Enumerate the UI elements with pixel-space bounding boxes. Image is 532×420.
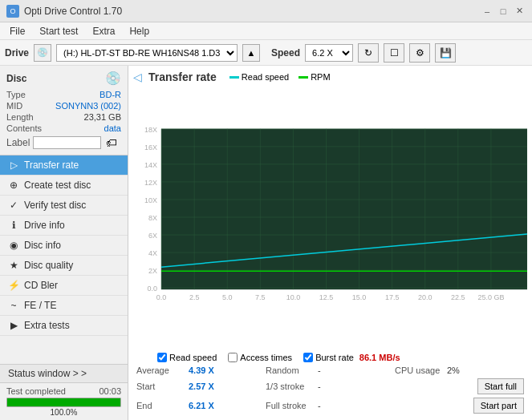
status-window-btn[interactable]: Status window > > xyxy=(0,365,128,383)
menu-file[interactable]: File xyxy=(3,24,31,38)
extra-tests-icon: ▶ xyxy=(8,320,19,331)
stats-rows: Average 4.39 X Random - CPU usage 2% Sta… xyxy=(133,364,527,415)
svg-text:10X: 10X xyxy=(144,196,157,204)
svg-text:0.0: 0.0 xyxy=(148,285,158,293)
nav-label-disc-info: Disc info xyxy=(24,240,61,251)
nav-item-disc-info[interactable]: ◉ Disc info xyxy=(0,236,128,256)
filter-button[interactable]: ☐ xyxy=(384,43,404,63)
nav-item-verify-test-disc[interactable]: ✓ Verify test disc xyxy=(0,196,128,216)
eject-button[interactable]: ▲ xyxy=(242,44,260,62)
disc-label-key: Label xyxy=(6,137,30,148)
cb-read-speed: Read speed xyxy=(157,353,217,362)
refresh-button[interactable]: ↻ xyxy=(358,43,379,63)
main-layout: Disc 💿 Type BD-R MID SONYNN3 (002) Lengt… xyxy=(0,66,532,420)
nav-item-disc-quality[interactable]: ★ Disc quality xyxy=(0,256,128,276)
cb-burst-rate: Burst rate 86.1 MB/s xyxy=(303,353,400,362)
disc-mid-val: SONYNN3 (002) xyxy=(55,101,121,111)
svg-text:4X: 4X xyxy=(148,249,157,257)
chart-svg: 18X 16X 14X 12X 10X 8X 6X 4X 2X 0.0 0.0 … xyxy=(133,85,527,349)
nav-item-fe-te[interactable]: ~ FE / TE xyxy=(0,296,128,316)
stats-row-3: End 6.21 X Full stroke - Start part xyxy=(136,396,524,415)
svg-text:16X: 16X xyxy=(144,143,157,151)
nav-item-drive-info[interactable]: ℹ Drive info xyxy=(0,216,128,236)
svg-rect-0 xyxy=(161,129,527,289)
legend-rpm: RPM xyxy=(298,72,330,82)
speed-select[interactable]: 6.2 X xyxy=(305,44,353,62)
legend-read-label: Read speed xyxy=(242,72,289,82)
settings-button[interactable]: ⚙ xyxy=(409,43,430,63)
nav-item-transfer-rate[interactable]: ▷ Transfer rate xyxy=(0,155,128,176)
status-bar-container: Test completed 00:03 100.0% xyxy=(0,383,128,420)
svg-text:15.0: 15.0 xyxy=(352,293,367,301)
svg-text:10.0: 10.0 xyxy=(286,293,301,301)
status-section: Status window > > Test completed 00:03 1… xyxy=(0,364,128,420)
nav-label-cd-bler: CD Bler xyxy=(24,280,58,291)
menu-bar: File Start test Extra Help xyxy=(0,22,532,40)
app-title: Opti Drive Control 1.70 xyxy=(24,6,122,17)
close-button[interactable]: ✕ xyxy=(513,5,526,18)
disc-label-input[interactable] xyxy=(33,136,101,149)
cb-read-speed-label: Read speed xyxy=(169,353,217,362)
svg-text:14X: 14X xyxy=(144,161,157,169)
progress-label: 100.0% xyxy=(51,408,78,417)
drive-icon-btn[interactable]: 💿 xyxy=(34,44,51,62)
cb-access-times-input[interactable] xyxy=(228,353,238,362)
disc-info-icon: ◉ xyxy=(8,240,19,251)
svg-text:5.0: 5.0 xyxy=(222,293,233,301)
nav-item-extra-tests[interactable]: ▶ Extra tests xyxy=(0,316,128,336)
svg-text:0.0: 0.0 xyxy=(156,293,167,301)
svg-text:12.5: 12.5 xyxy=(319,293,334,301)
end-val: 6.21 X xyxy=(189,401,225,410)
disc-length-val: 23,31 GB xyxy=(84,112,121,122)
drive-select[interactable]: (H:) HL-DT-ST BD-RE WH16NS48 1.D3 xyxy=(56,44,238,62)
start-part-button[interactable]: Start part xyxy=(473,398,524,414)
svg-text:12X: 12X xyxy=(144,179,157,187)
stroke1-val: - xyxy=(318,382,326,391)
nav-item-cd-bler[interactable]: ⚡ CD Bler xyxy=(0,276,128,296)
save-button[interactable]: 💾 xyxy=(435,43,456,63)
disc-quality-icon: ★ xyxy=(8,260,19,271)
cb-burst-rate-input[interactable] xyxy=(303,353,313,362)
legend-read-dot xyxy=(229,76,239,79)
drive-info-icon: ℹ xyxy=(8,220,19,231)
disc-panel-title: Disc xyxy=(6,73,26,84)
disc-length-key: Length xyxy=(6,112,34,122)
disc-contents-key: Contents xyxy=(6,123,42,133)
chart-legend: Read speed RPM xyxy=(229,72,331,82)
minimize-button[interactable]: – xyxy=(481,5,493,18)
menu-help[interactable]: Help xyxy=(123,24,156,38)
cpu-key: CPU usage xyxy=(395,365,447,375)
drive-bar: Drive 💿 (H:) HL-DT-ST BD-RE WH16NS48 1.D… xyxy=(0,40,532,66)
svg-text:2.5: 2.5 xyxy=(189,293,200,301)
menu-extra[interactable]: Extra xyxy=(86,24,121,38)
svg-text:20.0: 20.0 xyxy=(418,293,433,301)
nav-label-disc-quality: Disc quality xyxy=(24,260,73,271)
status-time: 00:03 xyxy=(99,386,121,396)
chart-area: ◁ Transfer rate Read speed RPM xyxy=(128,66,532,420)
svg-text:25.0 GB: 25.0 GB xyxy=(477,293,504,301)
menu-start-test[interactable]: Start test xyxy=(33,24,84,38)
drive-label: Drive xyxy=(5,47,29,59)
chart-title-icon: ◁ xyxy=(133,71,142,83)
cpu-val: 2% xyxy=(447,365,460,375)
checkbox-row: Read speed Access times Burst rate 86.1 … xyxy=(133,349,527,364)
maximize-button[interactable]: □ xyxy=(497,5,510,18)
nav-label-verify-test-disc: Verify test disc xyxy=(24,200,86,211)
status-text: Test completed xyxy=(6,386,66,396)
nav-label-transfer-rate: Transfer rate xyxy=(24,160,79,171)
average-val: 4.39 X xyxy=(189,365,225,375)
chart-svg-container: 18X 16X 14X 12X 10X 8X 6X 4X 2X 0.0 0.0 … xyxy=(133,85,527,349)
nav-item-create-test-disc[interactable]: ⊕ Create test disc xyxy=(0,176,128,196)
cd-bler-icon: ⚡ xyxy=(8,280,19,291)
nav-label-extra-tests: Extra tests xyxy=(24,320,70,331)
svg-text:22.5: 22.5 xyxy=(451,293,465,301)
start-full-button[interactable]: Start full xyxy=(477,378,524,394)
cb-read-speed-input[interactable] xyxy=(157,353,167,362)
label-icon-btn[interactable]: 🏷 xyxy=(104,135,119,150)
svg-text:8X: 8X xyxy=(148,214,157,222)
random-key: Random xyxy=(266,365,318,375)
stroke2-key: Full stroke xyxy=(266,401,318,410)
stats-row-2: Start 2.57 X 1/3 stroke - Start full xyxy=(136,377,524,396)
fe-te-icon: ~ xyxy=(8,300,19,311)
disc-mid-key: MID xyxy=(6,101,22,111)
